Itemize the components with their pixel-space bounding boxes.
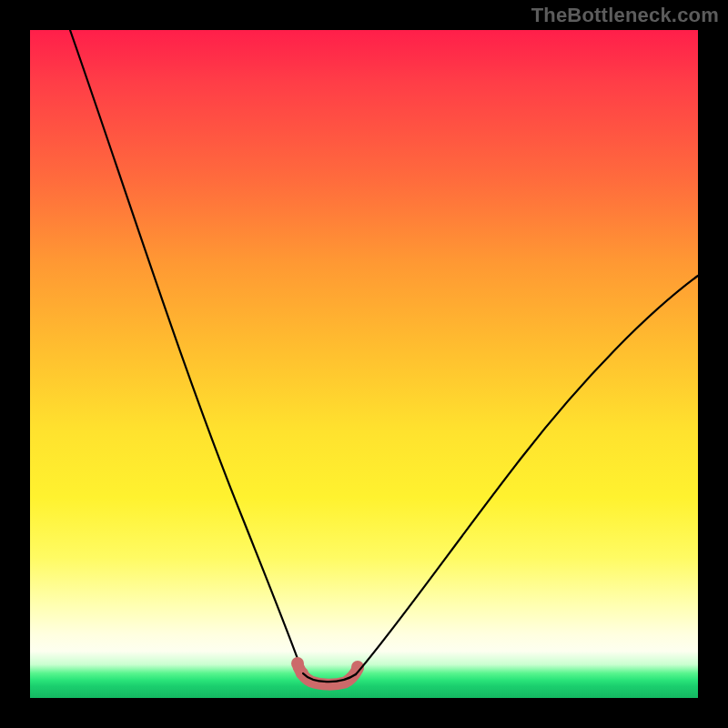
curve-right-branch bbox=[356, 276, 698, 674]
watermark-label: TheBottleneck.com bbox=[531, 4, 719, 27]
curve-layer bbox=[30, 30, 698, 698]
chart-frame: TheBottleneck.com bbox=[0, 0, 728, 728]
curve-left-branch bbox=[70, 30, 303, 673]
plot-area bbox=[30, 30, 698, 698]
